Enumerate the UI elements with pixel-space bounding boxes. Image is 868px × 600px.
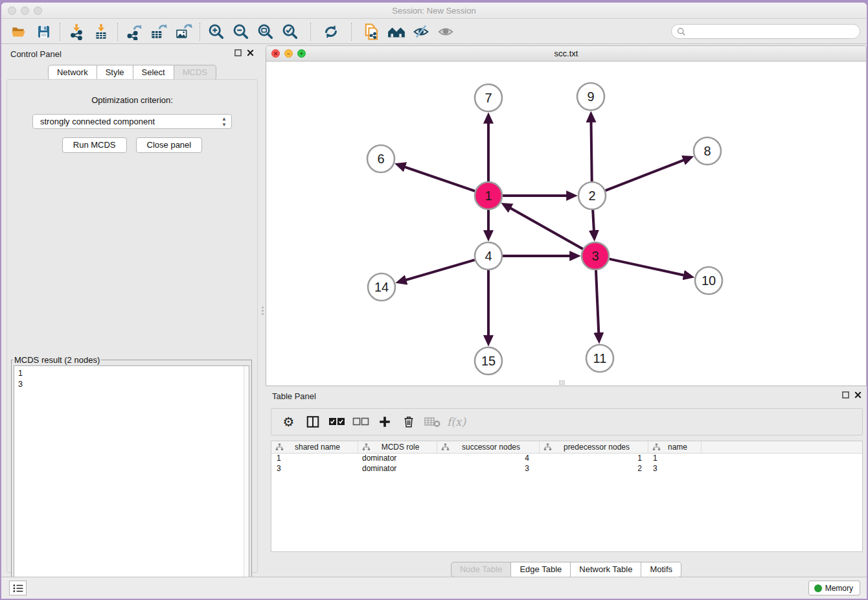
graph-node-label: 9 <box>587 89 594 104</box>
gear-icon: ⚙ <box>283 414 295 430</box>
zoom-selected-icon <box>281 23 299 41</box>
criterion-value: strongly connected component <box>40 117 155 126</box>
node-table[interactable]: shared nameMCDS rolesuccessor nodesprede… <box>271 441 863 552</box>
column-header-successor-nodes[interactable]: successor nodes <box>437 441 540 453</box>
two-houses-icon <box>387 23 406 40</box>
export-image-button[interactable] <box>171 21 196 42</box>
float-table-panel-icon[interactable] <box>842 391 849 398</box>
control-panel-title: Control Panel <box>10 49 62 59</box>
graph-node-label: 6 <box>377 152 384 166</box>
task-history-button[interactable] <box>9 581 27 595</box>
control-panel-tabs: NetworkStyleSelectMCDS <box>4 65 260 80</box>
first-neighbors-button[interactable] <box>384 21 409 42</box>
table-settings-button[interactable]: ⚙ <box>277 412 301 432</box>
mcds-result-box[interactable]: 1 3 <box>14 365 249 595</box>
eye-slash-icon <box>412 23 430 40</box>
table-tab-motifs[interactable]: Motifs <box>641 562 681 577</box>
show-all-columns-button[interactable] <box>325 412 348 432</box>
delete-table-button[interactable] <box>420 412 444 432</box>
export-network-icon <box>126 23 143 40</box>
show-all-button[interactable] <box>433 21 458 42</box>
search-icon <box>677 27 686 36</box>
column-header-shared-name[interactable]: shared name <box>271 441 358 453</box>
table-cell: 3 <box>271 464 358 474</box>
graph-node-label: 14 <box>374 280 389 294</box>
column-header-predecessor-nodes[interactable]: predecessor nodes <box>540 441 648 453</box>
zoom-in-button[interactable] <box>204 21 229 42</box>
search-box[interactable] <box>671 24 860 39</box>
import-network-icon <box>68 23 85 40</box>
optimization-criterion-label: Optimization criterion: <box>7 95 257 105</box>
graph-edge-2-9[interactable] <box>591 117 591 181</box>
hide-all-columns-button[interactable] <box>348 412 372 432</box>
table-cell: 4 <box>437 454 540 464</box>
graph-edge-3-11[interactable] <box>596 270 599 338</box>
table-tabs: Node TableEdge TableNetwork TableMotifs <box>266 562 867 577</box>
table-tab-node-table[interactable]: Node Table <box>451 562 512 577</box>
graph-node-label: 1 <box>485 189 492 203</box>
hide-selected-button[interactable] <box>409 21 433 42</box>
function-builder-button[interactable]: f(x) <box>444 412 468 432</box>
close-panel-icon[interactable] <box>247 49 254 56</box>
graph-edge-2-3[interactable] <box>593 210 594 236</box>
search-input[interactable] <box>689 25 860 38</box>
add-column-button[interactable] <box>372 412 396 432</box>
zoom-out-button[interactable] <box>229 21 253 42</box>
eye-icon <box>437 23 455 40</box>
graph-node-label: 8 <box>703 144 711 158</box>
column-header-MCDS-role[interactable]: MCDS role <box>358 441 437 453</box>
checked-boxes-icon <box>328 417 345 426</box>
table-tab-edge-table[interactable]: Edge Table <box>511 562 571 577</box>
save-session-button[interactable] <box>31 21 56 42</box>
mcds-result-fieldset: MCDS result (2 nodes) 1 3 <box>11 355 252 599</box>
table-row[interactable]: 3dominator323 <box>271 464 862 474</box>
close-panel-button[interactable]: Close panel <box>136 137 203 153</box>
graph-edge-4-14[interactable] <box>401 260 475 281</box>
control-panel: Control Panel NetworkStyleSelectMCDS Opt… <box>4 45 260 574</box>
close-table-panel-icon[interactable] <box>854 391 862 398</box>
duplicate-network-button[interactable] <box>360 21 384 42</box>
tab-select[interactable]: Select <box>133 65 174 80</box>
graph-edge-3-1[interactable] <box>506 205 583 249</box>
criterion-select[interactable]: strongly connected component ▲▼ <box>32 114 232 129</box>
zoom-selected-button[interactable] <box>278 21 303 42</box>
export-network-button[interactable] <box>122 21 146 42</box>
table-tab-network-table[interactable]: Network Table <box>571 562 641 577</box>
result-scrollbar[interactable] <box>244 366 249 595</box>
graph-edge-3-10[interactable] <box>609 259 689 277</box>
network-view-title: scc.txt <box>266 49 866 58</box>
network-window-titlebar[interactable]: ✕ − + scc.txt <box>266 46 866 62</box>
trash-icon <box>402 415 416 429</box>
export-table-button[interactable] <box>146 21 171 42</box>
table-cell: 1 <box>540 454 648 464</box>
network-view-window: ✕ − + scc.txt 7968124314101511 <box>266 45 867 386</box>
table-toolbar: ⚙ <box>271 408 863 435</box>
memory-button[interactable]: Memory <box>808 581 860 595</box>
zoom-fit-icon <box>257 23 275 41</box>
float-panel-icon[interactable] <box>234 49 242 56</box>
graph-node-label: 2 <box>588 189 595 203</box>
import-table-icon <box>93 23 109 40</box>
tab-network[interactable]: Network <box>48 65 97 80</box>
zoom-fit-button[interactable] <box>253 21 278 42</box>
column-header-name[interactable]: name <box>648 441 702 453</box>
network-canvas[interactable]: 7968124314101511 <box>267 62 867 386</box>
table-row[interactable]: 1dominator411 <box>271 454 862 464</box>
vertical-splitter[interactable] <box>260 45 266 574</box>
graph-edge-2-8[interactable] <box>606 158 689 190</box>
delete-column-button[interactable] <box>396 412 420 432</box>
fx-icon: f(x) <box>447 415 466 428</box>
duplicate-network-icon <box>363 22 381 41</box>
import-table-button[interactable] <box>89 21 113 42</box>
graph-edge-1-6[interactable] <box>400 165 475 191</box>
refresh-button[interactable] <box>319 21 343 42</box>
zoom-in-icon <box>207 23 225 41</box>
open-session-button[interactable] <box>6 21 31 42</box>
split-view-button[interactable] <box>301 412 325 432</box>
tab-style[interactable]: Style <box>97 65 133 80</box>
tab-mcds[interactable]: MCDS <box>174 65 216 80</box>
mcds-result-lines: 1 3 <box>14 366 249 390</box>
import-network-button[interactable] <box>64 21 89 42</box>
run-mcds-button[interactable]: Run MCDS <box>62 137 127 153</box>
horizontal-splitter-handle[interactable] <box>559 380 565 385</box>
